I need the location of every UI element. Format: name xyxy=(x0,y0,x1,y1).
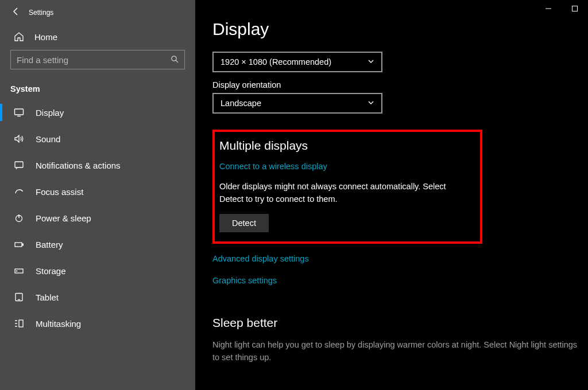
svg-rect-17 xyxy=(19,320,23,327)
sidebar-item-label: Storage xyxy=(36,266,66,276)
sidebar-item-display[interactable]: Display xyxy=(0,99,195,126)
orientation-value: Landscape xyxy=(220,99,261,108)
connect-wireless-display-link[interactable]: Connect to a wireless display xyxy=(219,162,327,171)
sound-icon xyxy=(14,134,25,144)
sleep-better-heading: Sleep better xyxy=(212,316,579,330)
search-input[interactable] xyxy=(17,55,171,65)
home-icon xyxy=(14,32,24,42)
sidebar-item-power-sleep[interactable]: Power & sleep xyxy=(0,205,195,231)
notifications-icon xyxy=(14,160,25,170)
sidebar-item-label: Tablet xyxy=(36,292,59,302)
graphics-settings-link[interactable]: Graphics settings xyxy=(212,276,579,285)
resolution-select[interactable]: 1920 × 1080 (Recommended) xyxy=(212,52,382,72)
window-title: Settings xyxy=(29,9,53,17)
chevron-down-icon xyxy=(368,57,374,67)
multiple-displays-heading: Multiple displays xyxy=(219,139,474,153)
svg-rect-8 xyxy=(15,243,22,247)
resolution-value: 1920 × 1080 (Recommended) xyxy=(220,57,331,67)
sidebar-item-multitasking[interactable]: Multitasking xyxy=(0,310,195,337)
svg-rect-9 xyxy=(22,244,24,245)
advanced-display-settings-link[interactable]: Advanced display settings xyxy=(212,254,579,263)
detect-help-text: Older displays might not always connect … xyxy=(219,180,472,206)
back-icon[interactable] xyxy=(11,7,21,18)
sidebar-item-label: Battery xyxy=(36,240,63,249)
sidebar-item-label: Multitasking xyxy=(36,319,81,329)
svg-rect-19 xyxy=(572,6,578,11)
content: Display 1920 × 1080 (Recommended) Displa… xyxy=(195,0,588,390)
sidebar-item-battery[interactable]: Battery xyxy=(0,231,195,258)
svg-line-1 xyxy=(176,60,178,63)
detect-button[interactable]: Detect xyxy=(219,214,269,232)
search-icon xyxy=(171,55,179,65)
focus-assist-icon xyxy=(14,186,25,197)
chevron-down-icon xyxy=(368,99,374,108)
multitasking-icon xyxy=(14,318,25,329)
svg-rect-4 xyxy=(15,162,23,167)
sidebar-nav: Display Sound Notifications & actions Fo… xyxy=(0,99,195,337)
sidebar-item-label: Display xyxy=(36,108,64,118)
window-controls xyxy=(535,0,588,17)
power-icon xyxy=(14,213,25,223)
battery-icon xyxy=(14,239,25,249)
home-label: Home xyxy=(34,32,57,42)
sidebar-item-tablet[interactable]: Tablet xyxy=(0,284,195,310)
maximize-button[interactable] xyxy=(562,0,588,17)
sidebar-section-label: System xyxy=(0,76,195,99)
multiple-displays-highlight: Multiple displays Connect to a wireless … xyxy=(212,130,482,244)
sidebar-item-sound[interactable]: Sound xyxy=(0,126,195,152)
sidebar-item-label: Power & sleep xyxy=(36,213,91,223)
tablet-icon xyxy=(14,292,25,302)
svg-point-0 xyxy=(172,56,176,60)
svg-point-5 xyxy=(22,191,23,192)
sidebar-item-notifications[interactable]: Notifications & actions xyxy=(0,152,195,178)
orientation-label: Display orientation xyxy=(212,80,579,89)
sidebar-item-focus-assist[interactable]: Focus assist xyxy=(0,178,195,205)
sidebar: Settings Home System Display xyxy=(0,0,195,390)
minimize-button[interactable] xyxy=(535,0,562,17)
sidebar-item-label: Sound xyxy=(36,134,60,144)
display-icon xyxy=(14,107,25,118)
page-title: Display xyxy=(212,20,579,39)
svg-point-11 xyxy=(16,271,17,272)
titlebar-left: Settings xyxy=(0,3,195,22)
orientation-select[interactable]: Landscape xyxy=(212,93,382,114)
storage-icon xyxy=(14,266,25,276)
svg-rect-2 xyxy=(15,109,24,115)
sidebar-item-label: Focus assist xyxy=(36,187,83,197)
sidebar-item-label: Notifications & actions xyxy=(36,161,121,170)
sidebar-item-storage[interactable]: Storage xyxy=(0,258,195,284)
search-box[interactable] xyxy=(10,50,185,69)
sleep-better-description: Night light can help you get to sleep by… xyxy=(212,339,579,364)
sidebar-home[interactable]: Home xyxy=(0,22,195,50)
